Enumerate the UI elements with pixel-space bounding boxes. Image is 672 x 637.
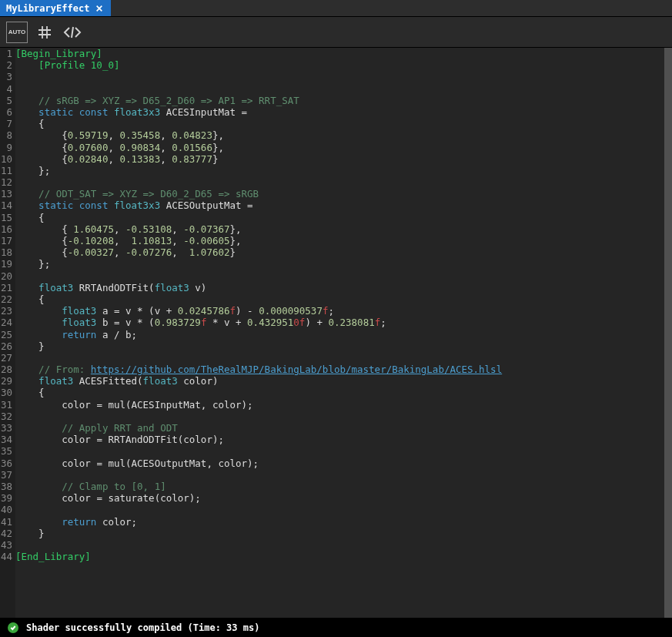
code-line[interactable] [15,352,664,364]
line-number: 19 [0,258,12,270]
line-number: 27 [0,352,12,364]
code-line[interactable]: {-0.10208, 1.10813, -0.00605}, [15,235,664,246]
line-number: 13 [0,188,12,199]
code-line[interactable]: // Apply RRT and ODT [15,422,664,434]
tab-bar: MyLibraryEffect [0,0,672,17]
toolbar: AUTO [0,17,672,48]
line-number: 11 [0,165,12,176]
line-number: 3 [0,71,12,82]
code-line[interactable]: } [15,340,664,352]
code-line[interactable]: { [15,387,664,398]
app-root: MyLibraryEffect AUTO 1234567891011121314… [0,0,672,637]
code-line[interactable]: { [15,212,664,223]
line-number: 21 [0,282,12,293]
code-line[interactable]: [Begin_Library] [15,48,664,59]
line-number: 31 [0,399,12,411]
line-number: 16 [0,223,12,235]
line-number: 36 [0,458,12,469]
code-line[interactable] [15,270,664,282]
code-line[interactable] [15,411,664,422]
code-line[interactable]: }; [15,258,664,270]
code-area[interactable]: [Begin_Library] [Profile 10_0] // sRGB =… [15,48,672,618]
code-line[interactable]: float3 a = v * (v + 0.0245786f) - 0.0000… [15,305,664,317]
line-number: 37 [0,469,12,481]
vertical-scrollbar[interactable] [664,48,672,618]
success-icon [8,622,18,633]
line-number: 42 [0,528,12,539]
line-number: 22 [0,293,12,305]
line-number: 9 [0,142,12,153]
close-icon[interactable] [94,3,105,14]
code-line[interactable]: float3 RRTAndODTFit(float3 v) [15,282,664,293]
line-number: 10 [0,153,12,165]
line-number: 23 [0,305,12,317]
code-line[interactable]: color = mul(ACESInputMat, color); [15,399,664,411]
line-number: 43 [0,539,12,551]
code-line[interactable] [15,71,664,82]
line-number: 15 [0,212,12,223]
code-line[interactable]: color = mul(ACESOutputMat, color); [15,458,664,469]
auto-compile-button[interactable]: AUTO [6,22,28,43]
line-number: 18 [0,246,12,258]
tab-title: MyLibraryEffect [6,3,89,14]
code-line[interactable] [15,469,664,481]
line-number: 33 [0,422,12,434]
code-line[interactable]: {-0.00327, -0.07276, 1.07602} [15,246,664,258]
code-line[interactable]: static const float3x3 ACESInputMat = [15,106,664,118]
code-line[interactable] [15,445,664,457]
code-line[interactable]: {0.07600, 0.90834, 0.01566}, [15,142,664,153]
line-number: 24 [0,317,12,328]
line-number: 38 [0,481,12,492]
code-line[interactable]: color = RRTAndODTFit(color); [15,434,664,445]
code-line[interactable] [15,504,664,515]
code-line[interactable]: // From: https://github.com/TheRealMJP/B… [15,364,664,375]
scrollbar-thumb[interactable] [664,48,672,618]
code-line[interactable]: color = saturate(color); [15,492,664,504]
line-number: 26 [0,340,12,352]
code-line[interactable]: {0.59719, 0.35458, 0.04823}, [15,129,664,141]
line-number: 41 [0,516,12,528]
status-bar: Shader successfully compiled (Time: 33 m… [0,618,672,637]
code-line[interactable]: [Profile 10_0] [15,59,664,71]
line-number: 25 [0,329,12,340]
code-line[interactable]: float3 b = v * (0.983729f * v + 0.432951… [15,317,664,328]
code-line[interactable]: } [15,528,664,539]
code-line[interactable]: float3 ACESFitted(float3 color) [15,375,664,387]
code-line[interactable] [15,83,664,95]
line-number: 8 [0,129,12,141]
line-number: 29 [0,375,12,387]
code-line[interactable] [15,176,664,188]
line-number: 1 [0,48,12,59]
code-line[interactable]: return color; [15,516,664,528]
code-line[interactable] [15,539,664,551]
line-number: 32 [0,411,12,422]
line-number: 35 [0,445,12,457]
code-line[interactable]: // ODT_SAT => XYZ => D60_2_D65 => sRGB [15,188,664,199]
line-number: 17 [0,235,12,246]
line-number: 30 [0,387,12,398]
auto-label: AUTO [8,28,26,35]
code-line[interactable]: static const float3x3 ACESOutputMat = [15,199,664,211]
line-number: 44 [0,551,12,562]
code-icon[interactable] [62,22,83,43]
tab-mylibraryeffect[interactable]: MyLibraryEffect [0,0,111,16]
code-line[interactable]: [End_Library] [15,551,664,562]
code-line[interactable]: // sRGB => XYZ => D65_2_D60 => AP1 => RR… [15,95,664,106]
line-number: 20 [0,270,12,282]
line-number: 14 [0,199,12,211]
code-line[interactable]: // Clamp to [0, 1] [15,481,664,492]
code-line[interactable]: { 1.60475, -0.53108, -0.07367}, [15,223,664,235]
grid-icon[interactable] [34,22,55,43]
code-line[interactable]: return a / b; [15,329,664,340]
line-number: 40 [0,504,12,515]
line-number: 2 [0,59,12,71]
line-number: 12 [0,176,12,188]
line-gutter: 1234567891011121314151617181920212223242… [0,48,15,618]
line-number: 7 [0,118,12,129]
code-line[interactable]: {0.02840, 0.13383, 0.83777} [15,153,664,165]
code-editor[interactable]: 1234567891011121314151617181920212223242… [0,48,672,618]
code-line[interactable]: }; [15,165,664,176]
line-number: 34 [0,434,12,445]
code-line[interactable]: { [15,118,664,129]
code-line[interactable]: { [15,293,664,305]
